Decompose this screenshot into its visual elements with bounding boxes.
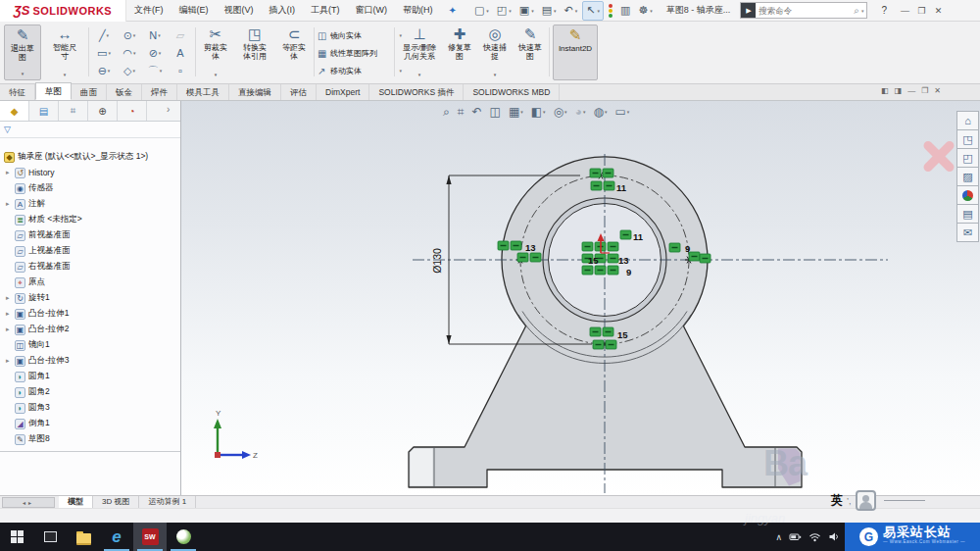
tray-expand-icon[interactable]: ∧ <box>775 532 782 542</box>
mirror-entities-button[interactable]: ◫镜向实体▾ <box>318 26 396 44</box>
open-document-button[interactable]: ◰▾ <box>494 2 514 20</box>
ribbon-tab-surfaces[interactable]: 曲面 <box>72 84 107 100</box>
menu-window[interactable]: 窗口(W) <box>348 0 396 21</box>
command-search[interactable]: ▶ ⌕ ▾ <box>740 2 867 19</box>
start-button[interactable] <box>0 523 33 551</box>
configurationmanager-tab[interactable]: ⌗ <box>59 101 88 121</box>
sketch-canvas[interactable]: Ø13011139151115139YZ <box>181 101 980 495</box>
tree-item-material[interactable]: ≣材质 <未指定> <box>0 212 180 227</box>
expand-arrow-icon[interactable]: ▸ <box>6 357 15 365</box>
zoom-area-button[interactable]: ⌗ <box>456 104 466 120</box>
tree-item-origin[interactable]: ⌖原点 <box>0 275 180 290</box>
spline-tool-button[interactable]: Ν▾ <box>142 26 168 44</box>
section-view-button[interactable]: ◫ <box>488 104 503 120</box>
ribbon-tab-features[interactable]: 特征 <box>0 84 35 100</box>
options-gear-button[interactable]: ☸▾ <box>635 2 655 20</box>
exit-sketch-button[interactable]: ✎ 退出草图 ▾ <box>4 25 41 80</box>
line-tool-button[interactable]: ╱▾ <box>91 26 117 44</box>
linear-sketch-pattern-button[interactable]: ▦线性草图阵列 <box>318 44 396 62</box>
help-button[interactable]: ? <box>881 5 887 16</box>
sketch-fillet-tool-button[interactable]: ⌒▾ <box>142 62 168 79</box>
repair-sketch-button[interactable]: ✚ 修复草图 <box>443 25 476 80</box>
displaymanager-tab[interactable]: ◔ <box>118 101 147 121</box>
tree-root-item[interactable]: ◆轴承座 (默认<<默认>_显示状态 1>) <box>0 149 180 165</box>
caret-down-icon[interactable]: ▾ <box>64 71 67 79</box>
design-library-button[interactable]: ◳ <box>956 130 979 149</box>
view-palette-button[interactable]: ▨ <box>956 168 979 186</box>
forum-button[interactable]: ✉ <box>956 224 979 242</box>
caret-down-icon[interactable]: ▾ <box>22 70 24 78</box>
apply-scene-button[interactable]: ◍▾ <box>591 104 609 120</box>
ime-language-badge[interactable]: 英 <box>831 492 843 509</box>
doc-tab-motion-study-1[interactable]: 运动算例 1 <box>139 496 196 508</box>
menu-tools[interactable]: 工具(T) <box>303 0 348 21</box>
home-button[interactable]: ⌂ <box>956 111 979 130</box>
text-tool-button[interactable]: Α <box>168 44 193 62</box>
menu-edit[interactable]: 编辑(E) <box>172 0 217 21</box>
doc-close-button[interactable]: ✕ <box>934 86 941 95</box>
arc-tool-button[interactable]: ◠▾ <box>117 44 142 62</box>
search-caret-icon[interactable]: ▾ <box>861 8 867 14</box>
tree-item-sketch[interactable]: ✎草图8 <box>0 431 180 447</box>
ribbon-tab-solidworks-mbd[interactable]: SOLIDWORKS MBD <box>464 84 560 100</box>
caret-down-icon[interactable]: ▾ <box>494 71 497 79</box>
tree-item-plane[interactable]: ▱前视基准面 <box>0 227 180 243</box>
file-explorer-button[interactable] <box>67 523 100 551</box>
ribbon-tab-mold-tools[interactable]: 模具工具 <box>177 84 229 100</box>
save-button[interactable]: ▣▾ <box>516 2 537 20</box>
expand-arrow-icon[interactable]: ▸ <box>6 326 15 333</box>
expand-arrow-icon[interactable]: ▸ <box>6 294 15 302</box>
doc-tab-model[interactable]: 模型 <box>59 496 93 508</box>
offset-entities-button[interactable]: ⊂ 等距实体 <box>276 25 312 80</box>
tree-item-extrude[interactable]: ▸▣凸台-拉伸3 <box>0 353 180 369</box>
display-style-button[interactable]: ◧▾ <box>529 104 548 120</box>
edge-browser-button[interactable]: e <box>100 523 133 551</box>
menu-view[interactable]: 视图(V) <box>217 0 262 21</box>
caret-down-icon[interactable]: ▾ <box>215 71 218 79</box>
tree-item-revolve[interactable]: ▸↻旋转1 <box>0 290 180 306</box>
doc-tab-3d-views[interactable]: 3D 视图 <box>93 496 139 508</box>
tree-item-plane[interactable]: ▱右视基准面 <box>0 259 180 275</box>
ellipse-tool-button[interactable]: ⊘▾ <box>142 44 168 62</box>
speaker-icon[interactable] <box>828 530 841 543</box>
tree-item-plane[interactable]: ▱上视基准面 <box>0 243 180 259</box>
caret-down-icon[interactable]: ▾ <box>418 71 421 79</box>
filter-funnel-icon[interactable]: ▽ <box>4 125 11 134</box>
point-tool-button[interactable]: ▫ <box>168 62 193 79</box>
doc-minimize-button[interactable]: — <box>907 86 915 95</box>
tree-item-fillet[interactable]: ◗圆角3 <box>0 400 180 416</box>
instant2d-button[interactable]: ✎ Instant2D <box>553 25 598 80</box>
pin-icon[interactable]: ✦ <box>449 5 457 16</box>
ribbon-tab-weldments[interactable]: 焊件 <box>142 84 177 100</box>
quick-snaps-button[interactable]: ◎ 快速捕捉 ▾ <box>478 25 512 80</box>
solidworks-app-button[interactable]: SW <box>133 523 167 551</box>
rapid-sketch-button[interactable]: ✎ 快速草图 <box>514 25 547 80</box>
expand-arrow-icon[interactable]: ▸ <box>6 310 15 318</box>
doc-restore-button[interactable]: ❐ <box>921 86 928 95</box>
rebuild-button[interactable] <box>606 2 615 20</box>
tree-item-fillet[interactable]: ◗圆角2 <box>0 384 180 400</box>
slot-tool-button[interactable]: ⊖▾ <box>91 62 117 79</box>
view-settings-button[interactable]: ▭▾ <box>612 104 631 120</box>
file-explorer-pane-button[interactable]: ◰ <box>956 149 979 168</box>
undo-button[interactable]: ↶▾ <box>562 2 581 20</box>
tree-item-chamfer[interactable]: ◢倒角1 <box>0 416 180 431</box>
pane-left-button[interactable]: ◧ <box>881 86 889 95</box>
search-input[interactable] <box>756 4 852 17</box>
trim-entities-button[interactable]: ✂ 剪裁实体 ▾ <box>198 25 233 80</box>
menu-help[interactable]: 帮助(H) <box>395 0 441 21</box>
propertymanager-tab[interactable]: ▤ <box>29 101 59 121</box>
tree-flyout-arrow-icon[interactable]: › <box>167 104 170 115</box>
restore-button[interactable]: ❐ <box>913 6 930 16</box>
edit-appearance-button[interactable]: ◕▾ <box>573 104 588 120</box>
dimxpertmanager-tab[interactable]: ⊕ <box>88 101 118 121</box>
tree-filter-row[interactable]: ▽ <box>0 122 180 138</box>
search-icon[interactable]: ⌕ <box>852 5 861 17</box>
ribbon-tab-solidworks-addins[interactable]: SOLIDWORKS 插件 <box>369 84 464 100</box>
rectangle-tool-button[interactable]: ▭▾ <box>91 44 117 62</box>
display-delete-relations-button[interactable]: ⊥ 显示/删除几何关系 ▾ <box>398 25 441 80</box>
print-button[interactable]: ▤▾ <box>539 2 560 20</box>
wifi-icon[interactable] <box>808 530 821 543</box>
tree-item-mirror[interactable]: ◫镜向1 <box>0 337 180 353</box>
menu-file[interactable]: 文件(F) <box>126 0 172 21</box>
